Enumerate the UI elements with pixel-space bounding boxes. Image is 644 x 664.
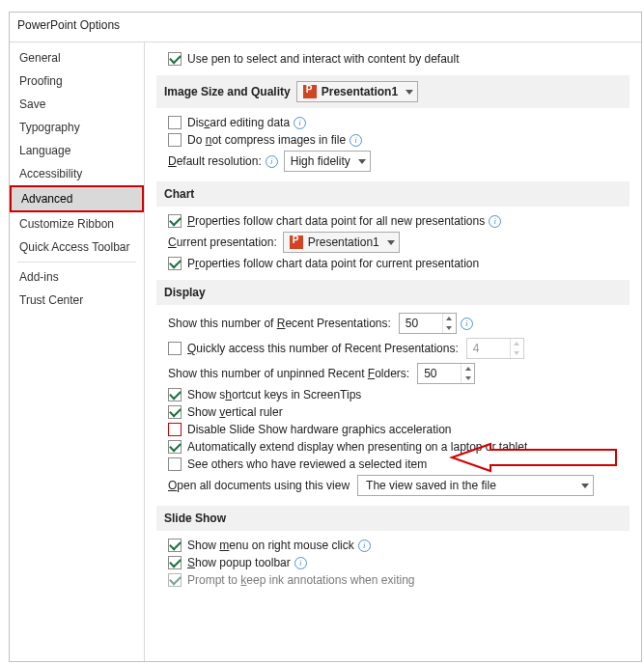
info-icon[interactable]: i bbox=[350, 134, 362, 147]
section-image-size-quality: Image Size and Quality Presentation1 bbox=[156, 75, 630, 108]
category-sidebar: General Proofing Save Typography Languag… bbox=[10, 42, 145, 661]
no-compress-label: Do not compress images in file bbox=[187, 133, 346, 147]
ink-prompt-row: Prompt to keep ink annotations when exit… bbox=[168, 571, 630, 589]
vertical-ruler-label: Show vertical ruler bbox=[187, 405, 283, 419]
current-presentation-row: Current presentation: Presentation1 bbox=[168, 230, 630, 255]
auto-extend-label: Automatically extend display when presen… bbox=[187, 440, 527, 454]
pen-select-label: Use pen to select and interact with cont… bbox=[187, 52, 460, 66]
sidebar-item-add-ins[interactable]: Add-ins bbox=[10, 265, 144, 289]
prop-all-row: Properties follow chart data point for a… bbox=[168, 212, 630, 230]
chevron-down-icon bbox=[581, 484, 589, 488]
section-chart: Chart bbox=[156, 181, 630, 207]
prop-current-row: Properties follow chart data point for c… bbox=[168, 255, 630, 272]
recent-presentations-label: Show this number of Recent Presentations… bbox=[168, 317, 391, 330]
popup-toolbar-row: Show popup toolbar i bbox=[168, 554, 630, 571]
section-display: Display bbox=[156, 280, 630, 305]
popup-toolbar-checkbox[interactable] bbox=[168, 556, 182, 569]
disable-hw-checkbox[interactable] bbox=[168, 423, 182, 436]
powerpoint-icon bbox=[303, 85, 317, 98]
section-label: Image Size and Quality bbox=[164, 85, 291, 98]
sidebar-separator bbox=[17, 262, 136, 263]
no-compress-row: Do not compress images in file i bbox=[168, 131, 630, 149]
shortcut-keys-label: Show shortcut keys in ScreenTips bbox=[187, 388, 361, 401]
sidebar-item-proofing[interactable]: Proofing bbox=[10, 69, 144, 93]
see-others-checkbox[interactable] bbox=[168, 457, 182, 471]
sidebar-item-quick-access-toolbar[interactable]: Quick Access Toolbar bbox=[10, 235, 144, 259]
open-all-row: Open all documents using this view The v… bbox=[168, 473, 630, 498]
info-icon[interactable]: i bbox=[294, 117, 306, 129]
right-click-menu-row: Show menu on right mouse click i bbox=[168, 537, 630, 554]
ink-prompt-label: Prompt to keep ink annotations when exit… bbox=[187, 573, 414, 587]
popup-toolbar-label: Show popup toolbar bbox=[187, 556, 291, 569]
image-quality-target-dropdown[interactable]: Presentation1 bbox=[296, 81, 418, 102]
sidebar-item-language[interactable]: Language bbox=[10, 139, 144, 162]
info-icon[interactable]: i bbox=[358, 540, 371, 552]
prop-current-label: Properties follow chart data point for c… bbox=[187, 257, 479, 270]
shortcut-keys-row: Show shortcut keys in ScreenTips bbox=[168, 386, 630, 403]
vertical-ruler-row: Show vertical ruler bbox=[168, 403, 630, 421]
disable-hw-label: Disable Slide Show hardware graphics acc… bbox=[187, 423, 452, 436]
current-presentation-dropdown[interactable]: Presentation1 bbox=[283, 232, 400, 253]
recent-folders-spinbox[interactable]: 50 bbox=[417, 363, 475, 384]
info-icon[interactable]: i bbox=[294, 557, 307, 569]
right-click-menu-label: Show menu on right mouse click bbox=[187, 539, 354, 552]
spinbox-value: 4 bbox=[467, 342, 510, 355]
prop-all-checkbox[interactable] bbox=[168, 214, 182, 228]
default-resolution-row: Default resolution: i High fidelity bbox=[168, 149, 630, 174]
info-icon[interactable]: i bbox=[461, 318, 473, 330]
dropdown-value: High fidelity bbox=[291, 154, 350, 168]
chevron-down-icon bbox=[387, 240, 395, 245]
auto-extend-checkbox[interactable] bbox=[168, 440, 182, 454]
section-slide-show: Slide Show bbox=[156, 506, 630, 531]
options-content: Use pen to select and interact with cont… bbox=[145, 42, 641, 661]
ink-prompt-checkbox[interactable] bbox=[168, 573, 182, 587]
options-dialog: PowerPoint Options General Proofing Save… bbox=[9, 12, 642, 662]
sidebar-item-trust-center[interactable]: Trust Center bbox=[10, 289, 144, 312]
sidebar-item-typography[interactable]: Typography bbox=[10, 116, 144, 139]
disable-hw-row: Disable Slide Show hardware graphics acc… bbox=[168, 421, 630, 438]
default-resolution-label: Default resolution: bbox=[168, 154, 262, 168]
spinbox-value: 50 bbox=[418, 367, 461, 380]
spinbox-arrows bbox=[510, 339, 523, 358]
dropdown-value: Presentation1 bbox=[322, 85, 398, 98]
quick-access-row: Quickly access this number of Recent Pre… bbox=[168, 336, 630, 361]
discard-editing-label: Discard editing data bbox=[187, 116, 290, 129]
current-presentation-label: Current presentation: bbox=[168, 235, 277, 249]
open-all-label: Open all documents using this view bbox=[168, 479, 350, 492]
recent-presentations-spinbox[interactable]: 50 bbox=[399, 313, 457, 334]
pen-select-row: Use pen to select and interact with cont… bbox=[168, 50, 630, 68]
right-click-menu-checkbox[interactable] bbox=[168, 539, 182, 552]
prop-current-checkbox[interactable] bbox=[168, 257, 182, 270]
quick-access-label: Quickly access this number of Recent Pre… bbox=[187, 342, 459, 355]
recent-presentations-row: Show this number of Recent Presentations… bbox=[168, 311, 630, 336]
quick-access-checkbox[interactable] bbox=[168, 342, 182, 355]
no-compress-checkbox[interactable] bbox=[168, 133, 182, 147]
info-icon[interactable]: i bbox=[266, 155, 278, 168]
sidebar-item-save[interactable]: Save bbox=[10, 93, 144, 116]
info-icon[interactable]: i bbox=[489, 215, 501, 228]
powerpoint-icon bbox=[290, 235, 303, 249]
quick-access-spinbox: 4 bbox=[466, 338, 524, 359]
spinbox-arrows[interactable] bbox=[461, 364, 474, 383]
discard-editing-checkbox[interactable] bbox=[168, 116, 182, 129]
sidebar-item-general[interactable]: General bbox=[10, 46, 144, 69]
prop-all-label: Properties follow chart data point for a… bbox=[187, 214, 485, 228]
shortcut-keys-checkbox[interactable] bbox=[168, 388, 182, 401]
recent-folders-label: Show this number of unpinned Recent Fold… bbox=[168, 367, 409, 380]
pen-select-checkbox[interactable] bbox=[168, 52, 182, 66]
dropdown-value: Presentation1 bbox=[308, 235, 379, 249]
discard-editing-row: Discard editing data i bbox=[168, 114, 630, 131]
default-resolution-dropdown[interactable]: High fidelity bbox=[284, 151, 371, 172]
sidebar-item-accessibility[interactable]: Accessibility bbox=[10, 162, 144, 185]
dropdown-value: The view saved in the file bbox=[366, 479, 496, 492]
spinbox-arrows[interactable] bbox=[442, 314, 456, 333]
open-all-dropdown[interactable]: The view saved in the file bbox=[357, 475, 594, 496]
spinbox-value: 50 bbox=[400, 317, 442, 330]
sidebar-item-advanced[interactable]: Advanced bbox=[10, 185, 144, 212]
see-others-row: See others who have reviewed a selected … bbox=[168, 456, 630, 473]
vertical-ruler-checkbox[interactable] bbox=[168, 405, 182, 419]
dialog-body: General Proofing Save Typography Languag… bbox=[10, 42, 641, 661]
recent-folders-row: Show this number of unpinned Recent Fold… bbox=[168, 361, 630, 386]
chevron-down-icon bbox=[406, 90, 413, 95]
sidebar-item-customize-ribbon[interactable]: Customize Ribbon bbox=[10, 212, 144, 235]
